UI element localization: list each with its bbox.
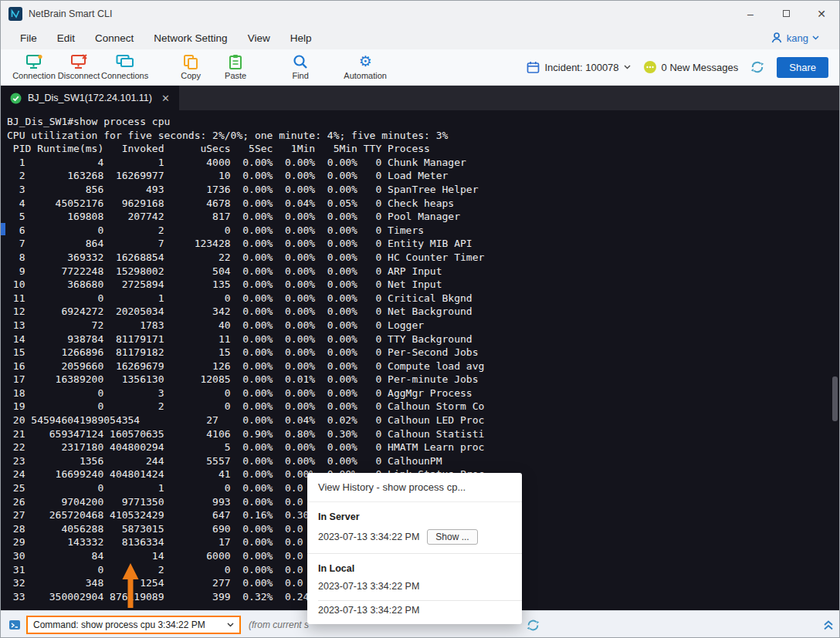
local-history-time: 2023-07-13 3:34:22 PM <box>318 605 419 616</box>
connections-label: Connections <box>101 71 148 80</box>
terminal-line: 7 864 7 123428 0.00% 0.00% 0.00% 0 Entit… <box>7 237 840 251</box>
connection-button[interactable]: Connection <box>12 50 56 85</box>
local-history-item[interactable]: 2023-07-13 3:34:22 PM <box>307 601 522 624</box>
paste-icon <box>229 54 242 69</box>
view-history-popup: View History - show process cp... In Ser… <box>307 473 522 624</box>
disconnect-icon <box>70 54 87 69</box>
local-history-time: 2023-07-13 3:34:22 PM <box>318 581 419 592</box>
terminal-line: 23 1356 244 5557 0.00% 0.00% 0.00% 0 Cal… <box>7 454 840 468</box>
terminal-line: 4 45052176 9629168 4678 0.00% 0.04% 0.05… <box>7 197 840 211</box>
collapse-panel-icon[interactable] <box>822 619 835 631</box>
automation-button[interactable]: ⚙ Automation <box>343 50 388 85</box>
title-bar: NetBrain Smart CLI – ✕ <box>1 1 839 26</box>
toolbar: Connection Disconnect Connections Copy <box>1 49 839 86</box>
terminal-line: 11 0 1 0 0.00% 0.00% 0.00% 0 Critical Bk… <box>7 292 840 305</box>
chevron-down-icon <box>812 35 819 40</box>
terminal-scrollbar[interactable] <box>832 376 838 421</box>
terminal-line: 1 4 1 4000 0.00% 0.00% 0.00% 0 Chunk Man… <box>7 156 840 170</box>
terminal-line: 9 7722248 15298002 504 0.00% 0.00% 0.00%… <box>7 265 840 278</box>
terminal-line: 3 856 493 1736 0.00% 0.00% 0.00% 0 SpanT… <box>7 183 840 197</box>
paste-label: Paste <box>225 71 246 80</box>
server-history-time: 2023-07-13 3:34:22 PM <box>318 532 419 542</box>
menu-help[interactable]: Help <box>280 29 322 47</box>
terminal-line: CPU utilization for five seconds: 2%/0%;… <box>7 129 840 143</box>
terminal-line: PID Runtime(ms) Invoked uSecs 5Sec 1Min … <box>7 142 840 156</box>
copy-button[interactable]: Copy <box>168 50 213 85</box>
close-button[interactable]: ✕ <box>804 1 839 26</box>
tab-bar: BJ_Dis_SW1(172.24.101.11) ✕ <box>1 86 839 110</box>
show-button[interactable]: Show ... <box>427 529 477 545</box>
incident-label: Incident: 100078 <box>544 62 618 73</box>
app-window: NetBrain Smart CLI – ✕ File Edit Connect… <box>0 0 840 638</box>
tab-title: BJ_Dis_SW1(172.24.101.11) <box>28 93 152 103</box>
chevron-down-icon <box>227 623 234 627</box>
menu-connect[interactable]: Connect <box>85 29 144 47</box>
paste-button[interactable]: Paste <box>213 50 258 85</box>
incident-dropdown[interactable]: Incident: 100078 <box>527 61 630 74</box>
popup-section-in-local: In Local <box>307 554 522 577</box>
terminal-line: 22 2317180 404800294 5 0.00% 0.00% 0.00%… <box>7 441 840 454</box>
maximize-icon <box>783 10 790 17</box>
popup-section-in-server: In Server <box>307 502 522 525</box>
connection-icon <box>25 54 42 69</box>
window-title: NetBrain Smart CLI <box>29 8 112 19</box>
sync-icon[interactable] <box>750 60 764 74</box>
copy-label: Copy <box>181 71 201 80</box>
command-source-hint: (from current s <box>249 619 309 630</box>
local-history-item[interactable]: 2023-07-13 3:34:22 PM <box>307 577 522 600</box>
menu-file[interactable]: File <box>10 29 47 47</box>
terminal-line: 21 659347124 160570635 4106 0.90% 0.80% … <box>7 427 840 441</box>
disconnect-button[interactable]: Disconnect <box>56 50 101 85</box>
menu-edit[interactable]: Edit <box>47 29 85 47</box>
terminal-line: 6 0 2 0 0.00% 0.00% 0.00% 0 Timers <box>7 224 840 238</box>
share-button[interactable]: Share <box>777 57 828 78</box>
user-menu[interactable]: kang <box>771 32 830 44</box>
terminal-line: 15 1266896 81179182 15 0.00% 0.00% 0.00%… <box>7 346 840 360</box>
find-button[interactable]: Find <box>278 50 323 85</box>
messages-label: 0 New Messages <box>662 62 739 73</box>
user-name: kang <box>787 32 808 44</box>
terminal-line: 14 938784 81179171 11 0.00% 0.00% 0.00% … <box>7 333 840 346</box>
message-icon <box>643 60 657 74</box>
minimize-button[interactable]: – <box>733 1 768 26</box>
server-history-item[interactable]: 2023-07-13 3:34:22 PM Show ... <box>307 525 522 553</box>
terminal-line: 10 368680 2725894 135 0.00% 0.00% 0.00% … <box>7 278 840 292</box>
terminal-line: 13 72 1783 40 0.00% 0.00% 0.00% 0 Logger <box>7 319 840 333</box>
find-label: Find <box>292 71 308 80</box>
copy-icon <box>183 54 198 69</box>
user-icon <box>771 32 783 44</box>
tab-close-icon[interactable]: ✕ <box>161 93 170 104</box>
find-icon <box>293 54 308 69</box>
menu-view[interactable]: View <box>238 29 280 47</box>
command-history-dropdown[interactable]: Command: show process cpu 3:34:22 PM <box>26 616 241 634</box>
terminal-line: BJ_Dis_SW1#show process cpu <box>7 115 840 129</box>
annotation-arrow-up-icon <box>120 562 141 610</box>
messages-indicator[interactable]: 0 New Messages <box>643 60 739 74</box>
close-icon: ✕ <box>817 8 826 20</box>
minimize-icon: – <box>747 8 754 20</box>
terminal-row-marker <box>1 223 5 235</box>
command-label: Command: show process cpu 3:34:22 PM <box>33 619 205 630</box>
automation-label: Automation <box>344 71 387 80</box>
maximize-button[interactable] <box>768 1 804 26</box>
terminal-line: 12 6924272 20205034 342 0.00% 0.00% 0.00… <box>7 305 840 319</box>
connected-check-icon <box>10 93 22 104</box>
session-tab[interactable]: BJ_Dis_SW1(172.24.101.11) ✕ <box>1 86 179 110</box>
terminal-line: 16 2059660 16269679 126 0.00% 0.00% 0.00… <box>7 360 840 373</box>
refresh-icon[interactable] <box>527 619 540 632</box>
terminal-line: 2 163268 16269977 10 0.00% 0.00% 0.00% 0… <box>7 169 840 183</box>
terminal-line: 20 545946041989054354 27 0.00% 0.04% 0.0… <box>7 414 840 427</box>
prompt-icon[interactable] <box>8 619 21 631</box>
menu-network-setting[interactable]: Network Setting <box>144 29 237 47</box>
menu-bar: File Edit Connect Network Setting View H… <box>1 26 839 49</box>
terminal-line: 8 369332 16268854 22 0.00% 0.00% 0.00% 0… <box>7 251 840 265</box>
terminal-line: 17 16389200 1356130 12085 0.00% 0.01% 0.… <box>7 373 840 387</box>
connections-icon <box>116 54 134 69</box>
chevron-down-icon <box>624 65 631 69</box>
connections-button[interactable]: Connections <box>101 50 148 85</box>
netbrain-logo-icon <box>8 7 22 21</box>
connection-label: Connection <box>12 71 56 80</box>
terminal-line: 18 0 3 0 0.00% 0.00% 0.00% 0 AggMgr Proc… <box>7 387 840 400</box>
automation-gear-icon: ⚙ <box>359 54 372 69</box>
popup-title: View History - show process cp... <box>307 473 522 502</box>
